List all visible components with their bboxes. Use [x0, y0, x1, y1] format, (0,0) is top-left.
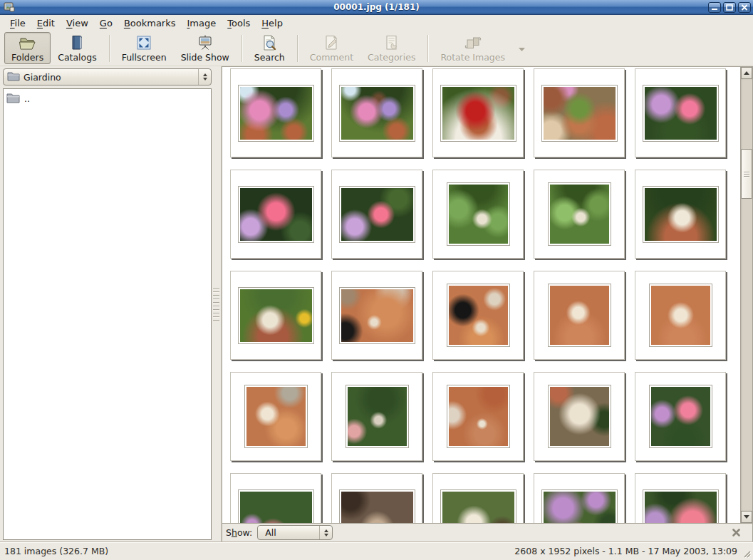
scroll-up-button[interactable]	[741, 67, 752, 79]
thumbnail-kitten-and-black-cat-floor[interactable]	[331, 271, 422, 360]
comment-button: Comment	[303, 32, 360, 64]
photo-large-pink-rose	[238, 186, 314, 243]
window-controls	[708, 2, 751, 13]
show-filter-combobox[interactable]: All	[257, 525, 333, 540]
toolbar: FoldersCatalogsFullscreenSlide ShowSearc…	[0, 31, 753, 66]
menu-go[interactable]: Go	[94, 16, 118, 31]
location-combobox-value: Giardino	[20, 72, 198, 83]
thumbnail-garden-hydrangeas-pots[interactable]	[230, 68, 321, 157]
thumbnail-white-kitten-sitting-close[interactable]	[635, 271, 726, 360]
photo-white-kitten-sitting	[548, 284, 611, 347]
toolbar-button-label: Categories	[368, 52, 415, 63]
chevron-down-icon	[518, 41, 526, 55]
toolbar-button-label: Slide Show	[181, 52, 229, 63]
resize-grip[interactable]	[742, 549, 752, 559]
thumbnail-view	[222, 66, 753, 523]
folders-icon	[19, 34, 37, 51]
menu-edit[interactable]: Edit	[31, 16, 61, 31]
scrollbar-thumb[interactable]	[741, 149, 752, 199]
catalogs-icon	[68, 34, 85, 51]
thumbnail-roses-and-purple-flowers[interactable]	[635, 473, 726, 523]
folder-list-item-parent[interactable]: ..	[4, 89, 211, 108]
thumbnail-cat-under-bush[interactable]	[331, 372, 422, 461]
thumbnail-white-cat-from-above[interactable]	[432, 473, 524, 523]
photo-kitten-and-black-cat-floor	[339, 287, 415, 344]
photo-red-flowers-bowl	[440, 85, 516, 142]
catalogs-button[interactable]: Catalogs	[51, 32, 104, 64]
close-filterbar-button[interactable]	[730, 527, 742, 539]
folder-name: ..	[24, 93, 30, 104]
thumbnail-large-pink-rose[interactable]	[230, 170, 321, 259]
window-title: 00001.jpg (1/181)	[0, 2, 753, 12]
menu-image[interactable]: Image	[182, 16, 222, 31]
photo-cat-by-column-pot	[447, 385, 510, 448]
location-combobox[interactable]: Giardino	[3, 68, 212, 85]
vertical-scrollbar[interactable]	[740, 67, 752, 523]
slideshow-icon	[197, 34, 214, 51]
sidebar: Giardino ..	[0, 66, 212, 541]
thumbnail-cat-by-column-pot[interactable]	[432, 372, 524, 461]
thumbnail-herb-planter-bowl[interactable]	[534, 68, 625, 157]
close-button[interactable]	[738, 2, 751, 13]
toolbar-button-label: Search	[254, 52, 285, 63]
toolbar-separator	[242, 35, 242, 62]
status-image-count: 181 images (326.7 MB)	[4, 546, 514, 556]
search-icon	[261, 34, 278, 51]
maximize-button[interactable]	[723, 2, 736, 13]
thumbnail-rose-in-leaves[interactable]	[230, 473, 321, 523]
statusbar: 181 images (326.7 MB) 2608 x 1952 pixels…	[0, 541, 753, 560]
photo-roses-and-purple-flowers	[643, 489, 719, 524]
toolbar-button-label: Fullscreen	[122, 52, 167, 63]
toolbar-button-label: Folders	[11, 52, 43, 63]
filter-bar: Show: All	[222, 523, 753, 541]
photo-black-cat-two-kittens	[447, 284, 510, 347]
minimize-button[interactable]	[708, 2, 721, 13]
fullscreen-button[interactable]: Fullscreen	[115, 32, 174, 64]
gthumb-window: 00001.jpg (1/181) FileEditViewGoBookmark…	[0, 0, 753, 560]
thumbnail-white-cat-in-grass-2[interactable]	[534, 170, 625, 259]
thumbnail-white-cat-in-grass[interactable]	[432, 170, 524, 259]
thumbnail-pink-rose-hydrangea[interactable]	[635, 68, 726, 157]
thumbnail-white-kitten-sitting[interactable]	[534, 271, 625, 360]
photo-garden-hydrangeas-pots	[238, 85, 314, 142]
menu-bookmarks[interactable]: Bookmarks	[118, 16, 182, 31]
thumbnail-black-cat-two-kittens[interactable]	[432, 271, 524, 360]
photo-pink-rose-hydrangea	[643, 85, 719, 142]
rotate-images-icon	[464, 34, 482, 51]
thumbnail-red-flowers-bowl[interactable]	[432, 68, 524, 157]
combobox-stepper-icon	[319, 526, 332, 539]
scroll-down-button[interactable]	[741, 511, 752, 523]
thumbnail-garden-hydrangeas-pots-2[interactable]	[331, 68, 422, 157]
pane-splitter[interactable]	[212, 66, 221, 541]
comment-icon	[323, 34, 340, 51]
scrollbar-trough[interactable]	[741, 79, 752, 511]
thumbnail-white-kitten-on-floor[interactable]	[230, 372, 321, 461]
thumbnail-cat-on-brick-wall[interactable]	[230, 271, 321, 360]
main-area: Giardino .. Sho	[0, 66, 753, 541]
thumbnail-cat-on-terracotta-ledge[interactable]	[635, 170, 726, 259]
thumbnail-rose-and-hydrangea[interactable]	[635, 372, 726, 461]
search-button[interactable]: Search	[247, 32, 292, 64]
thumbnail-white-cat-face[interactable]	[534, 372, 625, 461]
app-icon	[4, 1, 15, 13]
menu-help[interactable]: Help	[256, 16, 289, 31]
thumbnail-sepia-rose[interactable]	[331, 473, 422, 523]
menu-file[interactable]: File	[4, 16, 31, 31]
rotate-images-button: Rotate Images	[433, 32, 512, 64]
thumbnail-grid	[222, 67, 740, 523]
folder-icon	[6, 92, 20, 105]
thumbnail-pink-rose-bud[interactable]	[331, 170, 422, 259]
photo-garden-hydrangeas-pots-2	[339, 85, 415, 142]
splitter-grip-icon	[213, 288, 219, 321]
toolbar-button-label: Comment	[310, 52, 353, 63]
menu-view[interactable]: View	[61, 16, 94, 31]
menu-tools[interactable]: Tools	[222, 16, 256, 31]
photo-white-cat-in-grass-2	[548, 182, 611, 246]
photo-rose-and-hydrangea	[649, 385, 712, 448]
categories-button: Categories	[360, 32, 422, 64]
photo-cat-on-brick-wall	[238, 287, 314, 344]
thumbnail-hydrangeas-and-rose[interactable]	[534, 473, 625, 523]
photo-white-kitten-on-floor	[244, 385, 308, 448]
folders-button[interactable]: Folders	[4, 32, 51, 64]
slide-show-button[interactable]: Slide Show	[174, 32, 237, 64]
